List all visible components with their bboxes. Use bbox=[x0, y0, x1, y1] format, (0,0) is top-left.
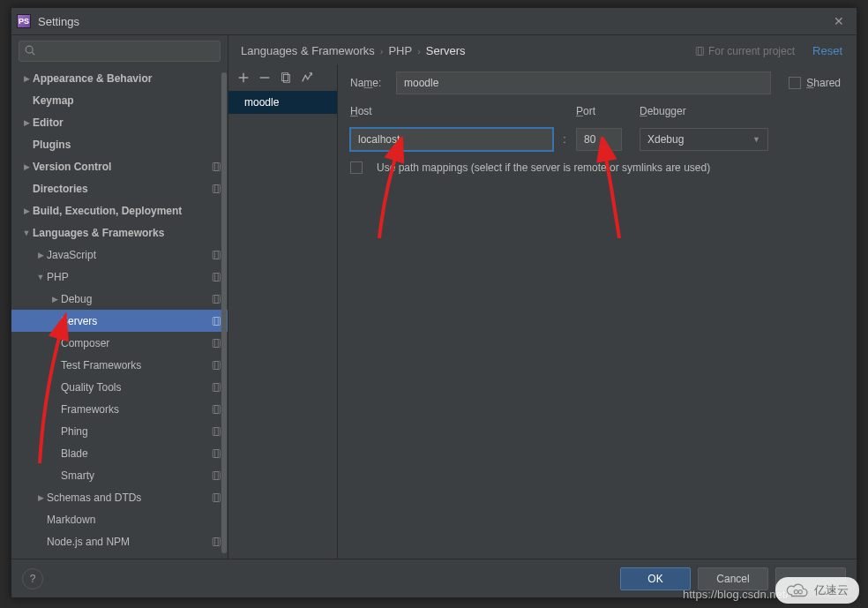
profile-icon bbox=[210, 492, 222, 504]
add-icon[interactable] bbox=[237, 71, 250, 84]
tree-item-label: Build, Execution, Deployment bbox=[33, 205, 222, 217]
tree-item-javascript[interactable]: ▶JavaScript bbox=[11, 244, 228, 266]
svg-rect-2 bbox=[213, 162, 218, 170]
server-list-item[interactable]: moodle bbox=[228, 91, 337, 114]
name-input[interactable] bbox=[396, 71, 771, 94]
svg-rect-28 bbox=[213, 493, 218, 501]
tree-item-label: PHP bbox=[47, 271, 210, 283]
shared-checkbox[interactable]: Shared bbox=[789, 77, 841, 89]
reset-link[interactable]: Reset bbox=[812, 44, 842, 57]
tree-item-label: Version Control bbox=[33, 161, 210, 173]
svg-rect-17 bbox=[215, 361, 221, 369]
breadcrumb-item: Servers bbox=[426, 44, 466, 57]
breadcrumb: Languages & Frameworks›PHP›Servers bbox=[241, 44, 694, 57]
titlebar[interactable]: PS Settings ✕ bbox=[11, 8, 857, 34]
import-icon[interactable] bbox=[301, 71, 313, 84]
profile-icon bbox=[210, 271, 222, 283]
svg-rect-27 bbox=[215, 471, 221, 479]
tree-item-frameworks[interactable]: Frameworks bbox=[11, 398, 228, 420]
tree-item-composer[interactable]: Composer bbox=[11, 332, 228, 354]
tree-item-editor[interactable]: ▶Editor bbox=[11, 111, 228, 133]
svg-rect-14 bbox=[213, 339, 218, 347]
for-current-project: For current project bbox=[694, 45, 795, 57]
watermark-logo: 亿速云 bbox=[775, 577, 859, 604]
svg-rect-3 bbox=[215, 162, 221, 170]
port-input[interactable] bbox=[576, 128, 622, 151]
search-input[interactable] bbox=[19, 41, 221, 62]
profile-icon bbox=[210, 447, 222, 460]
settings-tree[interactable]: ▶Appearance & BehaviorKeymap▶EditorPlugi… bbox=[11, 67, 228, 559]
tree-item-label: Composer bbox=[61, 337, 210, 349]
breadcrumb-item[interactable]: PHP bbox=[388, 44, 412, 57]
tree-item-label: Plugins bbox=[33, 139, 222, 151]
debugger-select[interactable]: Xdebug ▼ bbox=[640, 128, 768, 151]
profile-icon bbox=[210, 381, 222, 394]
servers-list-panel: moodle bbox=[228, 64, 338, 559]
tree-item-blade[interactable]: Blade bbox=[11, 442, 228, 464]
tree-item-langfw[interactable]: ▼Languages & Frameworks bbox=[11, 221, 228, 244]
path-mappings-checkbox[interactable]: Use path mappings (select if the server … bbox=[350, 161, 841, 174]
tree-item-label: JavaScript bbox=[47, 249, 210, 261]
cancel-button[interactable]: Cancel bbox=[698, 567, 768, 590]
servers-list[interactable]: moodle bbox=[228, 91, 337, 559]
tree-item-markdown[interactable]: Markdown bbox=[11, 508, 228, 530]
profile-icon bbox=[210, 183, 222, 195]
tree-item-smarty[interactable]: Smarty bbox=[11, 464, 228, 486]
tree-item-testfw[interactable]: Test Frameworks bbox=[11, 354, 228, 376]
tree-item-qtools[interactable]: Quality Tools bbox=[11, 376, 228, 398]
tree-item-label: Markdown bbox=[47, 514, 222, 526]
profile-icon bbox=[210, 337, 222, 349]
tree-item-label: Keymap bbox=[33, 94, 222, 107]
svg-rect-26 bbox=[213, 471, 218, 479]
tree-item-php[interactable]: ▼PHP bbox=[11, 266, 228, 288]
tree-item-label: Quality Tools bbox=[61, 381, 210, 394]
profile-icon bbox=[210, 359, 222, 372]
svg-rect-18 bbox=[213, 383, 218, 391]
svg-point-36 bbox=[794, 590, 797, 594]
host-input[interactable] bbox=[350, 128, 553, 151]
tree-item-vcs[interactable]: ▶Version Control bbox=[11, 155, 228, 177]
chevron-right-icon: › bbox=[417, 46, 421, 56]
name-label: Name: bbox=[350, 77, 387, 89]
tree-item-label: Debug bbox=[61, 293, 210, 305]
tree-item-node[interactable]: Node.js and NPM bbox=[11, 530, 228, 552]
svg-rect-6 bbox=[213, 251, 218, 259]
copy-icon[interactable] bbox=[280, 71, 292, 84]
svg-rect-11 bbox=[215, 295, 221, 303]
ok-button[interactable]: OK bbox=[620, 567, 691, 590]
svg-rect-13 bbox=[215, 317, 221, 325]
remove-icon[interactable] bbox=[258, 71, 271, 84]
svg-rect-12 bbox=[213, 317, 218, 325]
svg-rect-20 bbox=[213, 405, 218, 413]
tree-item-keymap[interactable]: Keymap bbox=[11, 89, 228, 111]
panel-header: Languages & Frameworks›PHP›Servers For c… bbox=[228, 35, 857, 64]
profile-icon bbox=[210, 315, 222, 327]
tree-item-label: Node.js and NPM bbox=[47, 536, 210, 548]
server-details-panel: Name: Shared Host Port Debugger bbox=[338, 64, 857, 559]
app-icon: PS bbox=[17, 14, 31, 28]
svg-rect-25 bbox=[215, 449, 221, 457]
tree-item-debug[interactable]: ▶Debug bbox=[11, 288, 228, 310]
help-button[interactable]: ? bbox=[22, 568, 43, 589]
tree-item-appearance[interactable]: ▶Appearance & Behavior bbox=[11, 67, 228, 89]
debugger-label: Debugger bbox=[640, 105, 686, 117]
cloud-icon bbox=[786, 582, 809, 598]
svg-rect-8 bbox=[213, 273, 218, 281]
tree-item-schemas[interactable]: ▶Schemas and DTDs bbox=[11, 486, 228, 508]
svg-rect-31 bbox=[215, 537, 221, 545]
breadcrumb-item[interactable]: Languages & Frameworks bbox=[241, 44, 375, 57]
tree-item-build[interactable]: ▶Build, Execution, Deployment bbox=[11, 199, 228, 221]
watermark-url: https://blog.csdn.net/ bbox=[683, 588, 789, 601]
profile-icon bbox=[210, 249, 222, 261]
tree-item-servers[interactable]: Servers bbox=[11, 310, 228, 332]
tree-item-plugins[interactable]: Plugins bbox=[11, 133, 228, 155]
svg-rect-21 bbox=[215, 405, 221, 413]
window-title: Settings bbox=[38, 15, 79, 28]
svg-rect-15 bbox=[215, 339, 221, 347]
close-icon[interactable]: ✕ bbox=[827, 14, 851, 28]
svg-rect-33 bbox=[698, 47, 703, 55]
profile-icon bbox=[210, 293, 222, 305]
dialog-body: ▶Appearance & BehaviorKeymap▶EditorPlugi… bbox=[11, 34, 857, 559]
tree-item-directories[interactable]: Directories bbox=[11, 177, 228, 199]
tree-item-phing[interactable]: Phing bbox=[11, 420, 228, 442]
